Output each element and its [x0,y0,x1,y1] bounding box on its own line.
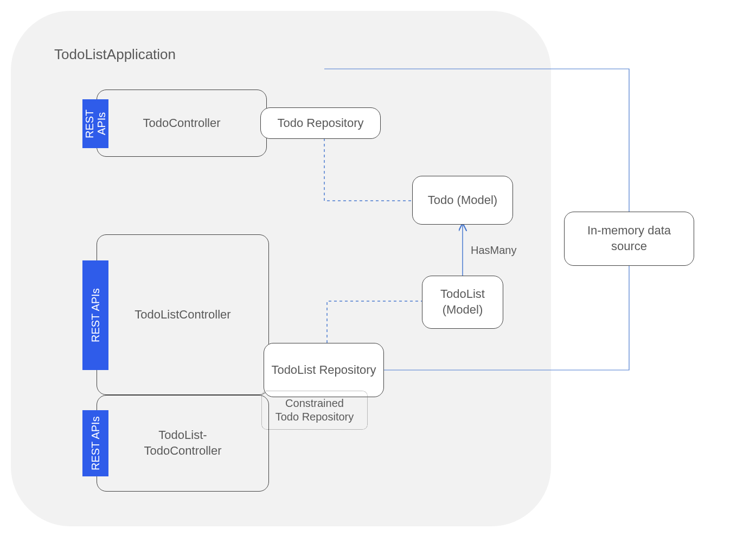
todo-controller-label: TodoController [143,116,220,130]
todolist-todo-controller-label: TodoList- TodoController [144,428,221,458]
constrained-todo-repository-label: Constrained Todo Repository [276,397,354,424]
datasource-box: In-memory data source [564,212,694,266]
diagram-title: TodoListApplication [54,46,176,63]
todolist-model-label: TodoList (Model) [440,286,485,317]
todolist-model-box: TodoList (Model) [422,276,503,329]
todo-repository-box: Todo Repository [260,107,381,139]
hasmany-label: HasMany [471,244,516,257]
todo-model-label: Todo (Model) [428,193,497,207]
datasource-label: In-memory data source [587,223,671,254]
rest-apis-badge-tl-todo: REST APIs [82,410,108,476]
todo-model-box: Todo (Model) [412,176,513,225]
rest-apis-badge-todo: REST APIs [82,99,108,148]
todo-controller-box: TodoController [97,90,267,157]
todo-repository-label: Todo Repository [278,116,364,130]
todolist-controller-box: TodoListController [97,234,269,395]
rest-apis-badge-todolist: REST APIs [82,260,108,370]
constrained-todo-repository-box: Constrained Todo Repository [261,391,368,430]
todolist-controller-label: TodoListController [134,308,230,322]
todolist-repository-box: TodoList Repository [264,343,384,397]
todolist-todo-controller-box: TodoList- TodoController [97,395,269,492]
todolist-repository-label: TodoList Repository [271,363,376,377]
